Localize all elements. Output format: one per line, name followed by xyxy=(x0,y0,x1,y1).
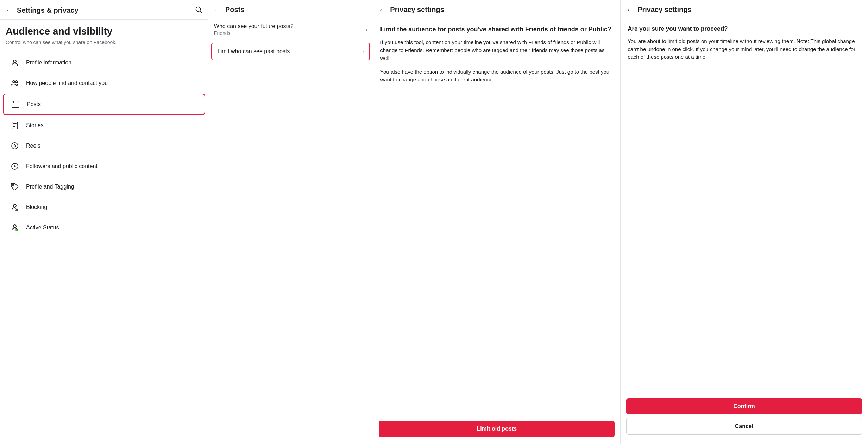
privacy-header: ← Privacy settings xyxy=(373,0,620,18)
confirm-button[interactable]: Confirm xyxy=(626,398,862,414)
sidebar-item-reels[interactable]: Reels xyxy=(3,136,205,156)
sidebar-item-followers[interactable]: Followers and public content xyxy=(3,156,205,176)
svg-point-18 xyxy=(13,204,16,207)
svg-marker-13 xyxy=(14,144,16,147)
future-posts-item[interactable]: Who can see your future posts? Friends › xyxy=(208,18,373,41)
svg-rect-5 xyxy=(12,101,19,107)
svg-rect-8 xyxy=(12,122,18,129)
confirm-heading: Are you sure you want to proceed? xyxy=(628,25,861,32)
search-icon[interactable] xyxy=(195,6,202,15)
sidebar-item-label: Profile information xyxy=(26,60,71,66)
chevron-right-icon-2: › xyxy=(362,49,364,54)
posts-panel-title: Posts xyxy=(225,6,244,14)
people-icon xyxy=(8,77,21,90)
sidebar-item-stories[interactable]: Stories xyxy=(3,116,205,135)
privacy-back-icon[interactable]: ← xyxy=(379,6,386,14)
tagging-icon xyxy=(8,180,21,193)
privacy-panel-bottom: Limit old posts xyxy=(373,421,620,444)
svg-point-22 xyxy=(15,229,18,231)
svg-point-21 xyxy=(13,225,16,228)
svg-point-2 xyxy=(13,60,16,63)
reels-icon xyxy=(8,140,21,152)
sidebar-item-posts[interactable]: Posts xyxy=(3,94,205,115)
svg-point-17 xyxy=(13,184,14,185)
posts-icon xyxy=(9,98,22,111)
sidebar-item-label: Reels xyxy=(26,143,40,149)
confirm-back-icon[interactable]: ← xyxy=(626,6,633,14)
page-subtitle: Control who can see what you share on Fa… xyxy=(6,39,202,45)
blocking-icon xyxy=(8,201,21,214)
sidebar-item-label: Posts xyxy=(27,101,41,107)
svg-point-3 xyxy=(13,81,15,83)
sidebar-item-label: How people find and contact you xyxy=(26,80,108,86)
privacy-description-text2: You also have the option to individually… xyxy=(380,68,613,84)
svg-line-1 xyxy=(200,11,202,13)
privacy-description-heading: Limit the audience for posts you've shar… xyxy=(380,25,613,33)
sidebar-item-label: Profile and Tagging xyxy=(26,184,74,190)
posts-panel: ← Posts Who can see your future posts? F… xyxy=(208,0,373,444)
privacy-description-text1: If you use this tool, content on your ti… xyxy=(380,38,613,62)
sidebar-header: ← Settings & privacy xyxy=(0,0,208,20)
confirm-panel: ← Privacy settings Are you sure you want… xyxy=(621,0,868,444)
sidebar-panel: ← Settings & privacy Audience and visibi… xyxy=(0,0,208,444)
sidebar-item-label: Active Status xyxy=(26,224,59,231)
posts-items-list: Who can see your future posts? Friends ›… xyxy=(208,18,373,62)
sidebar-top-section: Audience and visibility Control who can … xyxy=(0,20,208,52)
page-title: Audience and visibility xyxy=(6,25,202,37)
confirm-panel-title: Privacy settings xyxy=(637,6,691,14)
active-status-icon xyxy=(8,221,21,234)
future-posts-title: Who can see your future posts? xyxy=(214,23,294,30)
future-posts-subtitle: Friends xyxy=(214,30,294,36)
sidebar-item-label: Followers and public content xyxy=(26,163,98,169)
stories-icon xyxy=(8,119,21,132)
profile-icon xyxy=(8,56,21,69)
svg-point-12 xyxy=(12,143,18,149)
sidebar-item-blocking[interactable]: Blocking xyxy=(3,197,205,217)
sidebar-item-active-status[interactable]: Active Status xyxy=(3,218,205,238)
sidebar-item-how-people[interactable]: How people find and contact you xyxy=(3,73,205,93)
confirm-panel-bottom: Confirm Cancel xyxy=(621,398,868,444)
chevron-right-icon: › xyxy=(366,27,367,32)
privacy-panel-title: Privacy settings xyxy=(390,6,444,14)
confirm-header: ← Privacy settings xyxy=(621,0,868,18)
confirm-content: Are you sure you want to proceed? You ar… xyxy=(621,18,868,398)
sidebar-item-label: Stories xyxy=(26,122,44,129)
past-posts-left: Limit who can see past posts xyxy=(218,48,290,55)
confirm-text: You are about to limit old posts on your… xyxy=(628,37,861,61)
sidebar-item-profile-tagging[interactable]: Profile and Tagging xyxy=(3,177,205,197)
limit-old-posts-button[interactable]: Limit old posts xyxy=(379,421,615,437)
future-posts-left: Who can see your future posts? Friends xyxy=(214,23,294,36)
nav-list: Profile information How people find and … xyxy=(0,52,208,238)
svg-point-4 xyxy=(15,81,18,83)
privacy-description-panel: ← Privacy settings Limit the audience fo… xyxy=(373,0,621,444)
past-posts-title: Limit who can see past posts xyxy=(218,48,290,55)
sidebar-item-label: Blocking xyxy=(26,204,47,210)
posts-header: ← Posts xyxy=(208,0,373,18)
sidebar-header-title: Settings & privacy xyxy=(17,6,78,14)
privacy-description-content: Limit the audience for posts you've shar… xyxy=(373,18,620,421)
sidebar-item-profile-info[interactable]: Profile information xyxy=(3,53,205,73)
followers-icon xyxy=(8,160,21,173)
past-posts-item[interactable]: Limit who can see past posts › xyxy=(211,43,370,60)
svg-line-16 xyxy=(15,166,16,167)
cancel-button[interactable]: Cancel xyxy=(626,418,862,435)
back-arrow-icon[interactable]: ← xyxy=(6,6,13,14)
posts-back-icon[interactable]: ← xyxy=(214,6,221,14)
